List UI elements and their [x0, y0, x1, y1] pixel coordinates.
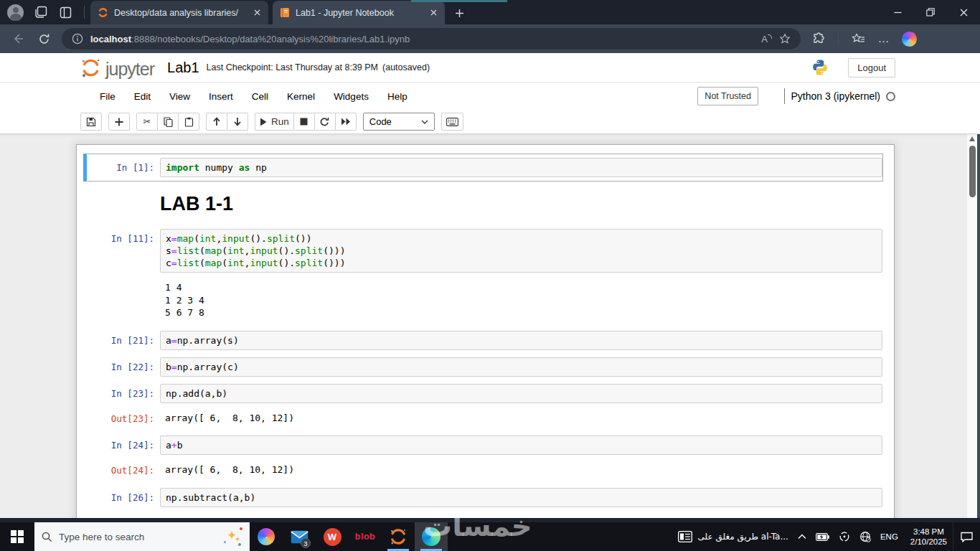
taskbar-mail-icon[interactable]: 3	[283, 522, 316, 551]
input-prompt: In [11]:	[87, 229, 160, 273]
copy-cell-button[interactable]	[157, 113, 179, 131]
paste-cell-button[interactable]	[178, 113, 199, 131]
tab-lab1-notebook[interactable]: Lab1 - Jupyter Notebook	[273, 1, 445, 24]
cell-type-value: Code	[369, 116, 392, 127]
move-cell-up-button[interactable]	[206, 113, 227, 131]
divider	[84, 6, 85, 19]
add-cell-button[interactable]	[108, 113, 130, 131]
checkpoint-text: Last Checkpoint: Last Thursday at 8:39 P…	[207, 62, 378, 72]
profile-avatar[interactable]	[7, 4, 24, 21]
code-cell[interactable]: In [11]:x=map(int,input().split())s=list…	[87, 225, 882, 276]
output-prompt: Out[24]:	[87, 461, 160, 479]
tab-folder[interactable]: Desktop/data analysis libraries/	[90, 1, 268, 24]
taskbar-blob-icon[interactable]: blob	[349, 522, 382, 551]
menu-view[interactable]: View	[160, 87, 199, 106]
taskbar-search-input[interactable]: Type here to search ✦ ✦	[34, 522, 250, 551]
code-cell[interactable]: In [21]:a=np.array(s)	[87, 327, 882, 354]
code-input[interactable]: b=np.array(c)	[160, 357, 882, 377]
restart-run-all-button[interactable]	[335, 113, 357, 131]
taskbar-news-widget[interactable]: طريق مغلق على al-Ta...	[678, 531, 788, 542]
onedrive-sync-icon[interactable]	[839, 531, 850, 542]
address-bar[interactable]: localhost:8888/notebooks/Desktop/data%20…	[62, 28, 801, 50]
taskbar-edge-icon[interactable]	[415, 522, 448, 551]
code-input[interactable]: x=map(int,input().split())s=list(map(int…	[160, 229, 882, 273]
close-button[interactable]	[947, 0, 980, 24]
browser-titlebar: Desktop/data analysis libraries/ Lab1 - …	[0, 0, 980, 24]
menu-widgets[interactable]: Widgets	[324, 87, 378, 106]
taskbar-clock[interactable]: 3:48 PM 2/10/2025	[908, 527, 950, 547]
minimize-button[interactable]	[881, 0, 914, 24]
vertical-tabs-icon[interactable]	[58, 5, 72, 19]
settings-menu-icon[interactable]: …	[876, 31, 892, 47]
code-cell[interactable]: In [23]:np.add(a,b)	[87, 380, 882, 407]
url-text: localhost:8888/notebooks/Desktop/data%20…	[90, 34, 754, 44]
scrollbar-thumb[interactable]	[969, 146, 976, 197]
autosaved-text: (autosaved)	[382, 62, 430, 72]
tab-accent-strip	[411, 0, 507, 2]
command-palette-button[interactable]	[441, 113, 463, 131]
markdown-cell[interactable]: LAB 1-1	[87, 182, 882, 225]
code-input[interactable]: np.add(a,b)	[160, 384, 882, 403]
cell-type-select[interactable]: Code	[363, 113, 435, 131]
jupyter-logo-text: jupyter	[105, 60, 154, 78]
search-placeholder: Type here to search	[59, 532, 217, 542]
cut-cell-button[interactable]: ✂	[136, 113, 158, 131]
start-button[interactable]	[0, 522, 34, 551]
menu-edit[interactable]: Edit	[125, 87, 160, 106]
code-input[interactable]: a+b	[160, 435, 882, 455]
output-prompt: Out[23]:	[87, 409, 160, 428]
language-indicator[interactable]: ENG	[880, 532, 898, 541]
refresh-icon[interactable]	[36, 31, 52, 47]
code-cell[interactable]: In [24]:a+b	[87, 432, 882, 458]
menu-insert[interactable]: Insert	[199, 87, 242, 106]
extensions-icon[interactable]	[811, 31, 826, 47]
search-icon	[42, 532, 52, 542]
clock-time: 3:48 PM	[910, 527, 947, 537]
move-cell-down-button[interactable]	[227, 113, 248, 131]
browser-urlbar: localhost:8888/notebooks/Desktop/data%20…	[0, 24, 980, 53]
code-cell[interactable]: In [1]:import numpy as np	[83, 154, 883, 182]
menu-kernel[interactable]: Kernel	[278, 87, 324, 106]
input-prompt: In [1]:	[87, 158, 160, 177]
jupyter-logo[interactable]: jupyter	[80, 57, 154, 78]
stop-button[interactable]	[293, 113, 315, 131]
news-icon	[678, 531, 692, 542]
code-cell[interactable]: In [22]:b=np.array(c)	[87, 354, 882, 380]
code-input[interactable]: np.subtract(a,b)	[160, 488, 882, 507]
search-highlights-icon[interactable]: ✦ ✦	[224, 527, 242, 546]
site-info-icon[interactable]	[72, 33, 83, 44]
back-icon[interactable]	[10, 31, 26, 47]
restart-kernel-button[interactable]	[314, 113, 336, 131]
code-input[interactable]: a=np.array(s)	[160, 331, 882, 350]
logout-button[interactable]: Logout	[848, 58, 895, 77]
menu-cell[interactable]: Cell	[242, 87, 278, 106]
tab-close-icon[interactable]	[251, 7, 263, 19]
run-button[interactable]: Run	[255, 113, 294, 131]
copilot-icon[interactable]	[902, 32, 917, 47]
favorites-bar-icon[interactable]	[850, 31, 866, 47]
taskbar-wps-icon[interactable]: W	[316, 522, 349, 551]
read-aloud-icon[interactable]: A	[761, 34, 772, 44]
tab-close-icon[interactable]	[428, 7, 439, 19]
new-tab-button[interactable]	[449, 3, 469, 23]
taskbar-copilot-icon[interactable]	[250, 522, 283, 551]
menu-help[interactable]: Help	[378, 87, 417, 106]
scrollbar-up-icon[interactable]	[969, 136, 975, 141]
not-trusted-badge[interactable]: Not Trusted	[697, 87, 758, 105]
battery-icon[interactable]	[816, 533, 829, 541]
network-globe-icon[interactable]	[859, 531, 871, 542]
screen: Desktop/data analysis libraries/ Lab1 - …	[0, 0, 980, 551]
page-scrollbar[interactable]	[966, 134, 977, 518]
notebook-title[interactable]: Lab1	[167, 60, 199, 76]
code-cell[interactable]: In [26]:np.subtract(a,b)	[87, 484, 882, 511]
taskbar-jupyter-icon[interactable]	[382, 522, 415, 551]
hidden-icons-chevron-icon[interactable]	[798, 534, 806, 540]
save-button[interactable]	[80, 113, 102, 131]
restore-button[interactable]	[914, 0, 947, 24]
menu-file[interactable]: File	[90, 87, 125, 106]
favorite-star-icon[interactable]	[779, 33, 791, 44]
action-center-icon[interactable]	[953, 522, 980, 551]
code-input[interactable]: import numpy as np	[160, 158, 882, 177]
mail-badge: 3	[301, 538, 311, 548]
workspaces-icon[interactable]	[34, 5, 48, 19]
